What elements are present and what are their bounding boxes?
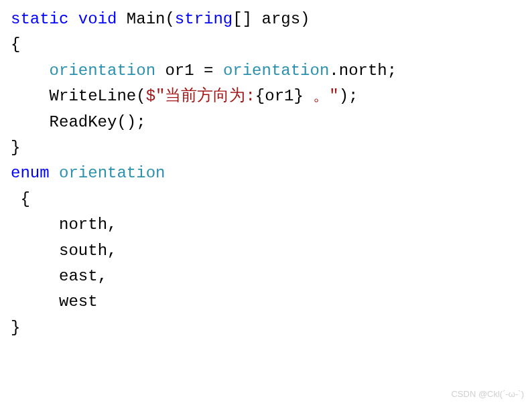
code-line-4: WriteLine($"当前方向为:{or1} 。"); bbox=[11, 84, 521, 109]
string-part2: 。" bbox=[304, 87, 339, 105]
var-or1: or1 bbox=[165, 62, 194, 80]
code-line-12: west bbox=[11, 289, 521, 315]
keyword-string: string bbox=[175, 10, 232, 28]
code-line-8: { bbox=[11, 187, 521, 212]
brace-open: { bbox=[11, 35, 20, 54]
enum-west: west bbox=[59, 293, 98, 311]
enum-south: south, bbox=[59, 242, 117, 260]
keyword-enum: enum bbox=[11, 164, 50, 182]
enum-north: north, bbox=[59, 216, 117, 234]
enum-east: east, bbox=[59, 267, 107, 285]
code-line-11: east, bbox=[11, 264, 521, 289]
code-line-7: enum orientation bbox=[11, 161, 521, 186]
param-args: args bbox=[262, 10, 301, 28]
string-dollar: $ bbox=[146, 87, 155, 105]
brace-open-2: { bbox=[11, 190, 30, 208]
watermark: CSDN @Ckl(´-ω-`) bbox=[451, 388, 524, 402]
code-line-1: static void Main(string[] args) bbox=[11, 7, 521, 32]
type-orientation: orientation bbox=[50, 62, 155, 80]
type-orientation-decl: orientation bbox=[59, 164, 165, 182]
string-part1: "当前方向为: bbox=[155, 87, 255, 105]
code-line-9: north, bbox=[11, 212, 521, 238]
keyword-static: static bbox=[11, 10, 68, 28]
code-line-3: orientation or1 = orientation.north; bbox=[11, 58, 521, 84]
code-line-13: } bbox=[11, 315, 521, 341]
method-writeline: WriteLine bbox=[50, 87, 137, 105]
member-north: .north; bbox=[329, 62, 397, 80]
code-line-10: south, bbox=[11, 238, 521, 264]
interpolation-or1: {or1} bbox=[255, 87, 304, 105]
brace-close-2: } bbox=[11, 319, 20, 337]
code-line-5: ReadKey(); bbox=[11, 110, 521, 135]
brace-close: } bbox=[11, 139, 20, 157]
method-main: Main bbox=[127, 10, 165, 28]
code-line-6: } bbox=[11, 135, 521, 161]
method-readkey: ReadKey bbox=[50, 113, 117, 131]
keyword-void: void bbox=[78, 10, 117, 28]
type-orientation-ref: orientation bbox=[223, 62, 329, 80]
code-line-2: { bbox=[11, 32, 521, 58]
